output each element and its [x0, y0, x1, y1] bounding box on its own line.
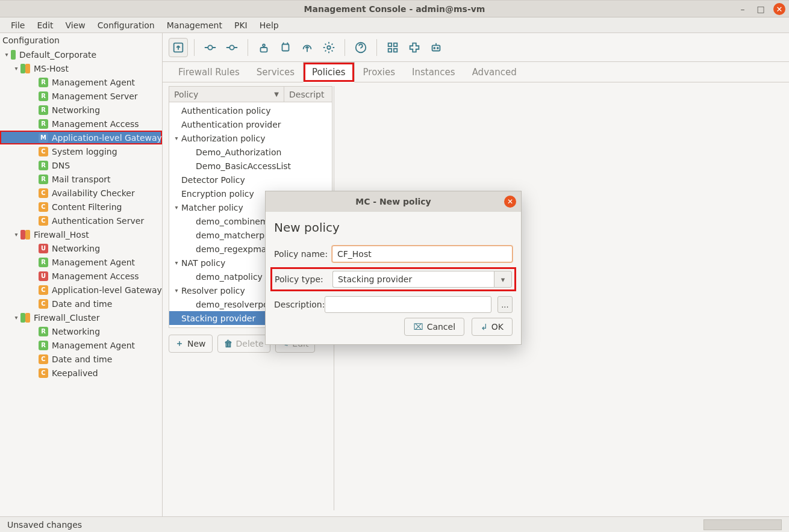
description-input[interactable]	[325, 296, 491, 313]
chevron-down-icon[interactable]: ▾	[494, 271, 512, 288]
policy-name-label: Policy name:	[274, 249, 332, 259]
policy-type-row-highlight: Policy type: Stacking provider ▾	[270, 267, 516, 291]
dialog-titlebar: MC - New policy ✕	[266, 191, 521, 212]
dialog-title-text: MC - New policy	[355, 197, 431, 206]
dialog-heading: New policy	[274, 220, 513, 235]
new-policy-dialog: MC - New policy ✕ New policy Policy name…	[265, 191, 522, 345]
dialog-close-button[interactable]: ✕	[504, 196, 516, 208]
policy-name-input[interactable]	[332, 246, 513, 262]
app-window: Management Console - admin@ms-vm – □ ✕ F…	[0, 0, 789, 532]
cancel-button[interactable]: ⌧Cancel	[404, 318, 464, 336]
ok-button[interactable]: ↲OK	[472, 318, 513, 336]
cancel-icon: ⌧	[413, 322, 423, 332]
policy-type-value: Stacking provider	[332, 271, 494, 288]
policy-type-label: Policy type:	[275, 274, 332, 284]
description-label: Description:	[274, 300, 325, 309]
dialog-overlay: MC - New policy ✕ New policy Policy name…	[0, 1, 789, 532]
ok-icon: ↲	[481, 322, 488, 332]
policy-type-combo[interactable]: Stacking provider ▾	[332, 271, 512, 288]
description-more-button[interactable]: ...	[497, 296, 513, 313]
